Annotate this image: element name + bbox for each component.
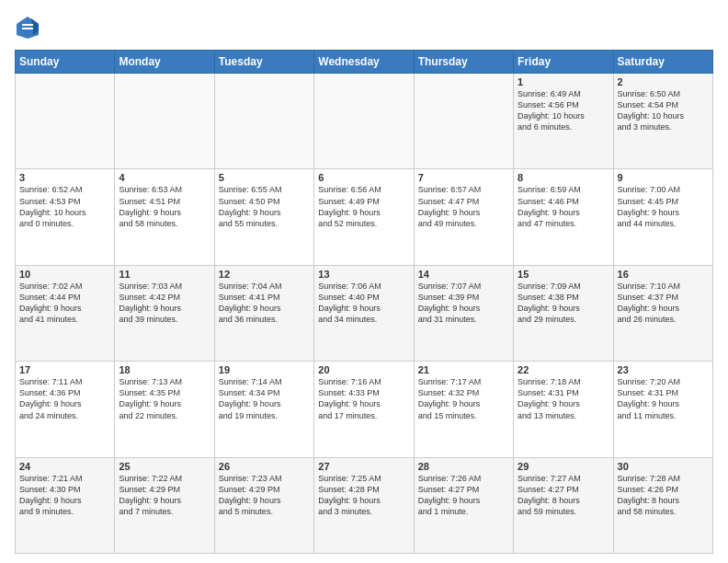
day-number: 12 bbox=[219, 269, 310, 280]
calendar-cell bbox=[16, 74, 115, 169]
day-info: Sunrise: 7:23 AM Sunset: 4:29 PM Dayligh… bbox=[219, 473, 310, 518]
day-number: 29 bbox=[518, 461, 609, 472]
day-number: 30 bbox=[618, 461, 709, 472]
logo bbox=[15, 15, 44, 40]
calendar-cell: 7Sunrise: 6:57 AM Sunset: 4:47 PM Daylig… bbox=[414, 169, 513, 265]
svg-rect-2 bbox=[22, 24, 33, 26]
day-number: 8 bbox=[518, 172, 609, 183]
svg-rect-3 bbox=[22, 28, 33, 29]
day-info: Sunrise: 6:57 AM Sunset: 4:47 PM Dayligh… bbox=[418, 184, 509, 229]
day-info: Sunrise: 7:14 AM Sunset: 4:34 PM Dayligh… bbox=[219, 376, 310, 421]
calendar-cell: 27Sunrise: 7:25 AM Sunset: 4:28 PM Dayli… bbox=[314, 457, 414, 553]
day-number: 14 bbox=[418, 269, 509, 280]
day-number: 1 bbox=[518, 76, 609, 87]
weekday-header: Tuesday bbox=[214, 51, 313, 74]
calendar-cell: 29Sunrise: 7:27 AM Sunset: 4:27 PM Dayli… bbox=[514, 457, 613, 553]
calendar-cell: 15Sunrise: 7:09 AM Sunset: 4:38 PM Dayli… bbox=[514, 265, 613, 361]
calendar-week-row: 3Sunrise: 6:52 AM Sunset: 4:53 PM Daylig… bbox=[16, 169, 713, 265]
weekday-header: Saturday bbox=[613, 51, 712, 74]
day-number: 4 bbox=[119, 172, 210, 183]
calendar-cell: 11Sunrise: 7:03 AM Sunset: 4:42 PM Dayli… bbox=[115, 265, 214, 361]
day-info: Sunrise: 6:50 AM Sunset: 4:54 PM Dayligh… bbox=[618, 88, 709, 133]
calendar-cell: 16Sunrise: 7:10 AM Sunset: 4:37 PM Dayli… bbox=[613, 265, 712, 361]
calendar-cell: 30Sunrise: 7:28 AM Sunset: 4:26 PM Dayli… bbox=[613, 457, 712, 553]
calendar-cell: 24Sunrise: 7:21 AM Sunset: 4:30 PM Dayli… bbox=[16, 457, 115, 553]
day-number: 17 bbox=[19, 364, 110, 375]
day-number: 7 bbox=[418, 172, 509, 183]
weekday-header: Wednesday bbox=[314, 51, 414, 74]
day-info: Sunrise: 6:56 AM Sunset: 4:49 PM Dayligh… bbox=[318, 184, 409, 229]
day-info: Sunrise: 7:25 AM Sunset: 4:28 PM Dayligh… bbox=[318, 473, 409, 518]
calendar-cell: 21Sunrise: 7:17 AM Sunset: 4:32 PM Dayli… bbox=[414, 362, 513, 457]
weekday-header: Sunday bbox=[16, 51, 115, 74]
day-number: 23 bbox=[618, 364, 709, 375]
calendar-header-row: SundayMondayTuesdayWednesdayThursdayFrid… bbox=[16, 51, 713, 74]
day-info: Sunrise: 7:21 AM Sunset: 4:30 PM Dayligh… bbox=[19, 473, 110, 518]
calendar-cell bbox=[214, 74, 313, 169]
calendar-week-row: 10Sunrise: 7:02 AM Sunset: 4:44 PM Dayli… bbox=[16, 265, 713, 361]
day-number: 11 bbox=[119, 269, 210, 280]
day-info: Sunrise: 7:17 AM Sunset: 4:32 PM Dayligh… bbox=[418, 376, 509, 421]
calendar-cell: 19Sunrise: 7:14 AM Sunset: 4:34 PM Dayli… bbox=[214, 362, 313, 457]
day-info: Sunrise: 6:59 AM Sunset: 4:46 PM Dayligh… bbox=[518, 184, 609, 229]
logo-icon bbox=[15, 15, 40, 40]
calendar-cell: 28Sunrise: 7:26 AM Sunset: 4:27 PM Dayli… bbox=[414, 457, 513, 553]
day-info: Sunrise: 7:07 AM Sunset: 4:39 PM Dayligh… bbox=[418, 281, 509, 326]
calendar-cell: 3Sunrise: 6:52 AM Sunset: 4:53 PM Daylig… bbox=[16, 169, 115, 265]
day-info: Sunrise: 6:49 AM Sunset: 4:56 PM Dayligh… bbox=[518, 88, 609, 133]
calendar-cell: 8Sunrise: 6:59 AM Sunset: 4:46 PM Daylig… bbox=[514, 169, 613, 265]
calendar-cell: 10Sunrise: 7:02 AM Sunset: 4:44 PM Dayli… bbox=[16, 265, 115, 361]
day-info: Sunrise: 7:04 AM Sunset: 4:41 PM Dayligh… bbox=[219, 281, 310, 326]
day-number: 26 bbox=[219, 461, 310, 472]
header bbox=[15, 15, 713, 40]
day-number: 3 bbox=[19, 172, 110, 183]
weekday-header: Friday bbox=[514, 51, 613, 74]
calendar-week-row: 17Sunrise: 7:11 AM Sunset: 4:36 PM Dayli… bbox=[16, 362, 713, 457]
calendar-cell: 23Sunrise: 7:20 AM Sunset: 4:31 PM Dayli… bbox=[613, 362, 712, 457]
day-number: 19 bbox=[219, 364, 310, 375]
day-number: 27 bbox=[318, 461, 409, 472]
calendar-week-row: 24Sunrise: 7:21 AM Sunset: 4:30 PM Dayli… bbox=[16, 457, 713, 553]
day-info: Sunrise: 7:16 AM Sunset: 4:33 PM Dayligh… bbox=[318, 376, 409, 421]
day-info: Sunrise: 7:28 AM Sunset: 4:26 PM Dayligh… bbox=[618, 473, 709, 518]
day-info: Sunrise: 7:27 AM Sunset: 4:27 PM Dayligh… bbox=[518, 473, 609, 518]
day-info: Sunrise: 7:02 AM Sunset: 4:44 PM Dayligh… bbox=[19, 281, 110, 326]
day-info: Sunrise: 7:11 AM Sunset: 4:36 PM Dayligh… bbox=[19, 376, 110, 421]
day-number: 18 bbox=[119, 364, 210, 375]
calendar-cell: 9Sunrise: 7:00 AM Sunset: 4:45 PM Daylig… bbox=[613, 169, 712, 265]
day-number: 2 bbox=[618, 76, 709, 87]
day-info: Sunrise: 7:26 AM Sunset: 4:27 PM Dayligh… bbox=[418, 473, 509, 518]
day-info: Sunrise: 6:53 AM Sunset: 4:51 PM Dayligh… bbox=[119, 184, 210, 229]
day-number: 21 bbox=[418, 364, 509, 375]
calendar-cell: 5Sunrise: 6:55 AM Sunset: 4:50 PM Daylig… bbox=[214, 169, 313, 265]
day-info: Sunrise: 7:13 AM Sunset: 4:35 PM Dayligh… bbox=[119, 376, 210, 421]
calendar-cell: 12Sunrise: 7:04 AM Sunset: 4:41 PM Dayli… bbox=[214, 265, 313, 361]
day-info: Sunrise: 7:20 AM Sunset: 4:31 PM Dayligh… bbox=[618, 376, 709, 421]
day-number: 28 bbox=[418, 461, 509, 472]
day-info: Sunrise: 7:09 AM Sunset: 4:38 PM Dayligh… bbox=[518, 281, 609, 326]
calendar-cell: 1Sunrise: 6:49 AM Sunset: 4:56 PM Daylig… bbox=[514, 74, 613, 169]
calendar-cell: 6Sunrise: 6:56 AM Sunset: 4:49 PM Daylig… bbox=[314, 169, 414, 265]
calendar-cell: 26Sunrise: 7:23 AM Sunset: 4:29 PM Dayli… bbox=[214, 457, 313, 553]
calendar-cell: 13Sunrise: 7:06 AM Sunset: 4:40 PM Dayli… bbox=[314, 265, 414, 361]
day-number: 9 bbox=[618, 172, 709, 183]
calendar-cell bbox=[414, 74, 513, 169]
day-info: Sunrise: 7:06 AM Sunset: 4:40 PM Dayligh… bbox=[318, 281, 409, 326]
weekday-header: Monday bbox=[115, 51, 214, 74]
calendar-cell: 20Sunrise: 7:16 AM Sunset: 4:33 PM Dayli… bbox=[314, 362, 414, 457]
day-number: 20 bbox=[318, 364, 409, 375]
day-number: 5 bbox=[219, 172, 310, 183]
day-info: Sunrise: 7:18 AM Sunset: 4:31 PM Dayligh… bbox=[518, 376, 609, 421]
day-number: 13 bbox=[318, 269, 409, 280]
day-info: Sunrise: 7:22 AM Sunset: 4:29 PM Dayligh… bbox=[119, 473, 210, 518]
day-info: Sunrise: 6:55 AM Sunset: 4:50 PM Dayligh… bbox=[219, 184, 310, 229]
calendar-cell: 18Sunrise: 7:13 AM Sunset: 4:35 PM Dayli… bbox=[115, 362, 214, 457]
day-number: 25 bbox=[119, 461, 210, 472]
day-number: 6 bbox=[318, 172, 409, 183]
day-number: 22 bbox=[518, 364, 609, 375]
weekday-header: Thursday bbox=[414, 51, 513, 74]
calendar-cell: 25Sunrise: 7:22 AM Sunset: 4:29 PM Dayli… bbox=[115, 457, 214, 553]
day-info: Sunrise: 7:03 AM Sunset: 4:42 PM Dayligh… bbox=[119, 281, 210, 326]
day-info: Sunrise: 7:10 AM Sunset: 4:37 PM Dayligh… bbox=[618, 281, 709, 326]
day-number: 24 bbox=[19, 461, 110, 472]
